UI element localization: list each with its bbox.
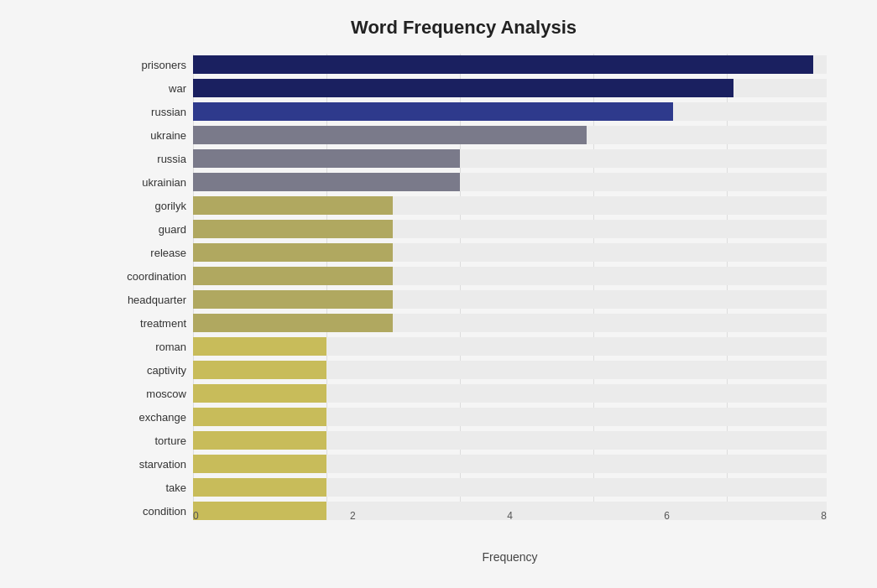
bar-fill xyxy=(193,478,326,497)
bar-fill xyxy=(193,408,326,426)
bar-label: russia xyxy=(101,153,193,165)
bar-label: treatment xyxy=(101,317,193,330)
bar-row: take xyxy=(101,476,827,498)
bar-label: ukraine xyxy=(101,129,193,142)
bar-track xyxy=(193,126,827,144)
bar-fill xyxy=(193,79,733,97)
bar-label: torture xyxy=(101,434,193,447)
bar-track xyxy=(193,173,827,191)
bar-row: torture xyxy=(101,429,827,451)
bar-fill xyxy=(193,337,326,356)
bar-fill xyxy=(193,314,393,332)
x-tick-label: 2 xyxy=(350,510,356,522)
bar-track xyxy=(193,361,827,379)
bar-label: coordination xyxy=(101,270,193,283)
bar-fill xyxy=(193,455,326,473)
bar-track xyxy=(193,102,827,121)
bar-row: guard xyxy=(101,218,827,240)
bar-fill xyxy=(193,149,460,168)
bar-row: prisoners xyxy=(101,54,827,75)
bar-fill xyxy=(193,196,393,215)
bar-fill xyxy=(193,361,326,379)
bar-track xyxy=(193,290,827,309)
bar-track xyxy=(193,384,827,403)
bar-label: take xyxy=(101,481,193,494)
bar-row: moscow xyxy=(101,382,827,404)
bar-track xyxy=(193,220,827,238)
bar-fill xyxy=(193,290,393,309)
bar-label: condition xyxy=(101,505,193,518)
bar-row: gorilyk xyxy=(101,195,827,216)
bar-track xyxy=(193,337,827,356)
bar-row: release xyxy=(101,242,827,263)
bar-track xyxy=(193,408,827,426)
bar-row: treatment xyxy=(101,312,827,334)
bar-fill xyxy=(193,243,393,262)
bar-row: russia xyxy=(101,148,827,169)
x-ticks: 02468 xyxy=(193,507,827,522)
bar-row: war xyxy=(101,77,827,99)
bar-label: gorilyk xyxy=(101,200,193,212)
bar-track xyxy=(193,196,827,215)
bar-label: release xyxy=(101,247,193,259)
bar-row: russian xyxy=(101,101,827,122)
bar-track xyxy=(193,478,827,497)
x-tick-label: 4 xyxy=(507,510,513,522)
bar-label: exchange xyxy=(101,411,193,424)
bar-fill xyxy=(193,267,393,285)
bar-fill xyxy=(193,55,813,74)
bar-fill xyxy=(193,102,673,121)
bar-track xyxy=(193,267,827,285)
x-axis: 02468 Frequency xyxy=(193,507,827,540)
bar-track xyxy=(193,431,827,450)
bar-fill xyxy=(193,173,460,191)
bar-track xyxy=(193,455,827,473)
bar-track xyxy=(193,55,827,74)
bar-track xyxy=(193,149,827,168)
bar-track xyxy=(193,79,827,97)
bar-fill xyxy=(193,126,587,144)
bar-label: moscow xyxy=(101,388,193,400)
bar-label: roman xyxy=(101,341,193,353)
x-tick-label: 0 xyxy=(193,510,199,522)
bar-row: roman xyxy=(101,336,827,357)
bars-section: prisonerswarrussianukrainerussiaukrainia… xyxy=(101,54,827,507)
bar-row: ukraine xyxy=(101,124,827,146)
bar-label: ukrainian xyxy=(101,176,193,189)
x-tick-label: 8 xyxy=(821,510,827,522)
bar-row: exchange xyxy=(101,406,827,428)
bar-label: russian xyxy=(101,106,193,118)
bar-label: prisoners xyxy=(101,59,193,71)
bar-label: war xyxy=(101,82,193,95)
chart-area: prisonerswarrussianukrainerussiaukrainia… xyxy=(101,54,827,540)
bar-label: guard xyxy=(101,223,193,236)
bar-row: starvation xyxy=(101,453,827,475)
x-tick-label: 6 xyxy=(664,510,670,522)
bar-row: ukrainian xyxy=(101,171,827,193)
bar-label: starvation xyxy=(101,458,193,471)
bar-track xyxy=(193,314,827,332)
bar-fill xyxy=(193,384,326,403)
bar-fill xyxy=(193,220,393,238)
chart-container: Word Frequency Analysis prisonerswarruss… xyxy=(0,0,877,588)
bar-row: headquarter xyxy=(101,289,827,310)
bar-row: coordination xyxy=(101,265,827,287)
x-axis-label: Frequency xyxy=(482,550,537,564)
bar-track xyxy=(193,243,827,262)
bar-row: captivity xyxy=(101,359,827,381)
chart-title: Word Frequency Analysis xyxy=(101,17,827,39)
bar-label: headquarter xyxy=(101,294,193,306)
bar-fill xyxy=(193,431,326,450)
bar-label: captivity xyxy=(101,364,193,377)
